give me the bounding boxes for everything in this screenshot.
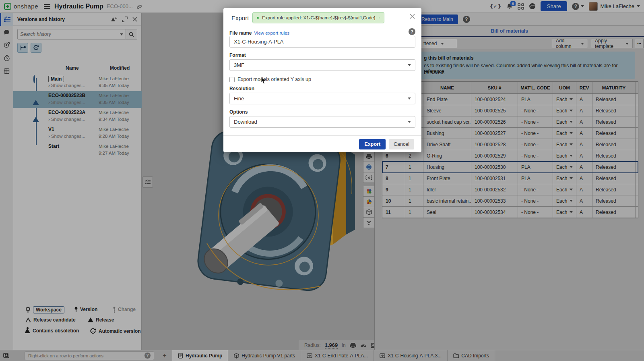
mouse-cursor-icon	[261, 77, 266, 85]
view-export-rules-link[interactable]: View export rules	[254, 31, 289, 35]
resolution-select[interactable]: Fine	[229, 93, 415, 104]
chevron-down-icon	[408, 121, 411, 123]
options-label: Options	[229, 109, 248, 115]
y-axis-up-label[interactable]: Export models oriented Y axis up	[237, 77, 311, 82]
options-select[interactable]: Download	[229, 116, 415, 128]
success-check-icon	[257, 15, 259, 21]
help-icon[interactable]: ?	[409, 28, 415, 35]
rule-banner-text: Export rule applied: X1-C-${name}-${rev}…	[262, 15, 376, 20]
export-rule-banner: Export rule applied: X1-C-${name}-${rev}…	[252, 12, 384, 23]
close-dialog-icon[interactable]	[410, 14, 415, 19]
resolution-label: Resolution	[229, 86, 254, 91]
chevron-down-icon	[408, 98, 411, 100]
format-select[interactable]: 3MF	[229, 59, 415, 71]
export-dialog: Export Export rule applied: X1-C-${name}…	[223, 8, 421, 152]
format-label: Format	[229, 52, 246, 58]
dismiss-banner-icon[interactable]	[379, 16, 380, 20]
dialog-title: Export	[231, 15, 249, 21]
chevron-down-icon	[408, 64, 411, 66]
cancel-button[interactable]: Cancel	[389, 139, 414, 149]
export-button[interactable]: Export	[359, 139, 386, 149]
file-name-input[interactable]	[229, 36, 415, 48]
y-axis-up-checkbox[interactable]	[229, 77, 235, 82]
file-name-label: File name	[229, 30, 252, 36]
